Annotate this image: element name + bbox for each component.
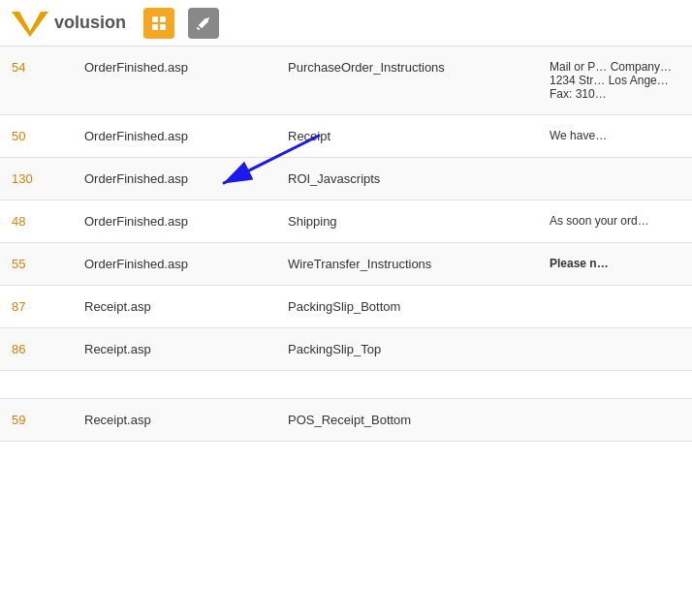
cell-content: Please n…	[538, 243, 692, 286]
cell-content	[538, 158, 692, 200]
cell-page: OrderFinished.asp	[73, 200, 276, 243]
svg-rect-4	[160, 24, 166, 30]
toolbar-button-2[interactable]	[188, 8, 219, 39]
table-row[interactable]: 48OrderFinished.aspShippingAs soon your …	[0, 200, 692, 243]
cell-page	[73, 371, 276, 399]
table-row[interactable]: 55OrderFinished.aspWireTransfer_Instruct…	[0, 243, 692, 286]
svg-rect-1	[152, 16, 158, 22]
table-row[interactable]: 54OrderFinished.aspPurchaseOrder_Instruc…	[0, 46, 692, 115]
logo: volusion	[12, 10, 126, 37]
cell-section: Receipt	[276, 115, 538, 158]
cell-page: Receipt.asp	[73, 399, 276, 442]
cell-section: POS_Receipt_Bottom	[276, 399, 538, 442]
grid-icon	[151, 15, 167, 31]
table-row[interactable]: 130OrderFinished.aspROI_Javascripts	[0, 158, 692, 200]
cell-id: 86	[0, 328, 73, 371]
cell-id: 55	[0, 243, 73, 286]
cell-page: OrderFinished.asp	[73, 243, 276, 286]
cell-section: PackingSlip_Bottom	[276, 286, 538, 328]
cell-section	[276, 371, 538, 399]
table-row[interactable]: 50OrderFinished.aspReceiptWe have…	[0, 115, 692, 158]
volusion-logo-icon	[12, 10, 48, 37]
data-table: 54OrderFinished.aspPurchaseOrder_Instruc…	[0, 46, 692, 442]
svg-rect-2	[160, 16, 166, 22]
cell-id: 50	[0, 115, 73, 158]
cell-section: PackingSlip_Top	[276, 328, 538, 371]
cell-content	[538, 371, 692, 399]
table-container: 54OrderFinished.aspPurchaseOrder_Instruc…	[0, 46, 692, 616]
volusion-wordmark: volusion	[54, 13, 126, 33]
cell-id	[0, 371, 73, 399]
svg-marker-0	[12, 12, 48, 37]
svg-rect-3	[152, 24, 158, 30]
cell-id: 59	[0, 399, 73, 442]
logo-area: volusion	[12, 8, 219, 39]
cell-section: PurchaseOrder_Instructions	[276, 46, 538, 115]
cell-content: As soon your ord…	[538, 200, 692, 243]
cell-section: WireTransfer_Instructions	[276, 243, 538, 286]
cell-page: OrderFinished.asp	[73, 158, 276, 200]
cell-id: 54	[0, 46, 73, 115]
cell-content	[538, 328, 692, 371]
cell-id: 130	[0, 158, 73, 200]
table-row[interactable]	[0, 371, 692, 399]
toolbar: volusion	[0, 0, 692, 46]
cell-page: OrderFinished.asp	[73, 46, 276, 115]
cell-content: Mail or P… Company… 1234 Str… Los Ange… …	[538, 46, 692, 115]
table-row[interactable]: 86Receipt.aspPackingSlip_Top	[0, 328, 692, 371]
wrench-icon	[196, 15, 211, 31]
table-row[interactable]: 87Receipt.aspPackingSlip_Bottom	[0, 286, 692, 328]
cell-page: Receipt.asp	[73, 286, 276, 328]
toolbar-button-1[interactable]	[143, 8, 174, 39]
cell-id: 87	[0, 286, 73, 328]
table-row[interactable]: 59Receipt.aspPOS_Receipt_Bottom	[0, 399, 692, 442]
cell-section: Shipping	[276, 200, 538, 243]
cell-content	[538, 286, 692, 328]
cell-content: We have…	[538, 115, 692, 158]
cell-id: 48	[0, 200, 73, 243]
cell-page: Receipt.asp	[73, 328, 276, 371]
cell-page: OrderFinished.asp	[73, 115, 276, 158]
cell-content	[538, 399, 692, 442]
cell-section: ROI_Javascripts	[276, 158, 538, 200]
